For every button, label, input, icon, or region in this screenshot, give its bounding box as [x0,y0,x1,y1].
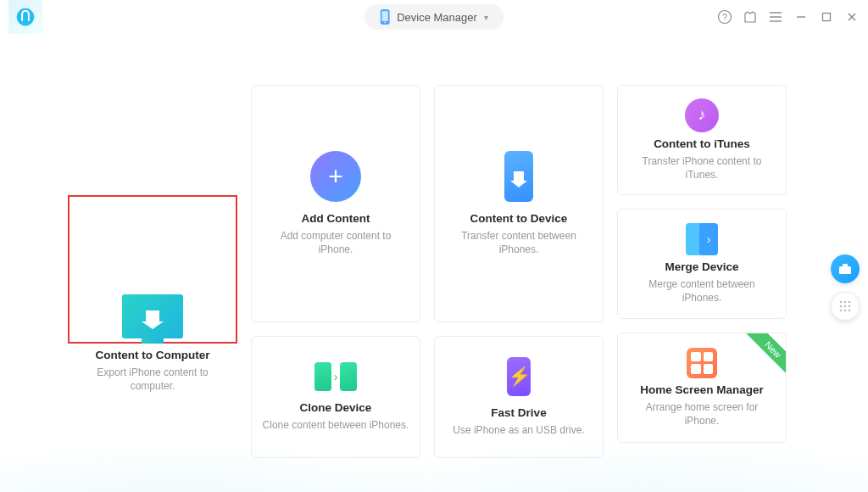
svg-point-22 [844,310,847,312]
card-fast-drive[interactable]: ⚡ Fast Drive Use iPhone as an USB drive. [434,336,604,458]
menu-icon[interactable] [768,9,783,25]
merge-icon: › [686,223,718,255]
mode-label: Device Manager [397,11,477,24]
svg-rect-2 [382,11,388,21]
svg-point-3 [384,22,386,24]
card-title: Fast Drive [491,406,546,419]
svg-rect-10 [823,14,831,21]
card-home-screen-manager[interactable]: New Home Screen Manager Arrange home scr… [617,333,787,443]
svg-point-21 [840,310,843,312]
card-content-to-computer[interactable]: Content to Computer Export iPhone conten… [68,85,237,458]
card-desc: Use iPhone as an USB drive. [453,424,584,438]
monitor-download-icon [122,294,183,338]
svg-point-15 [840,301,843,304]
mode-selector[interactable]: Device Manager ▾ [364,4,504,30]
phone-bolt-icon: ⚡ [507,357,531,396]
card-title: Home Screen Manager [640,383,764,396]
phone-download-icon [504,151,533,202]
svg-point-20 [849,305,851,308]
card-desc: Merge content between iPhones. [628,278,776,305]
plus-circle-icon: + [310,151,361,202]
svg-rect-14 [843,264,848,266]
card-merge-device[interactable]: › Merge Device Merge content between iPh… [617,209,787,319]
card-title: Merge Device [665,260,738,273]
card-desc: Transfer content between iPhones. [445,230,593,256]
svg-text:?: ? [722,13,727,22]
card-add-content[interactable]: + Add Content Add computer content to iP… [251,85,420,322]
minimize-button[interactable] [793,9,809,25]
skin-icon[interactable] [743,9,758,25]
card-desc: Clone content between iPhones. [263,419,409,433]
card-desc: Add computer content to iPhone. [262,230,409,256]
side-actions [831,254,860,321]
svg-point-16 [844,301,847,304]
new-badge: New [744,333,787,378]
window-controls: ? [717,9,860,25]
grid-fab[interactable] [831,292,860,321]
app-logo [8,0,42,34]
card-title: Content to Computer [96,349,210,361]
card-title: Content to Device [470,212,568,225]
card-content-to-itunes[interactable]: ♪ Content to iTunes Transfer iPhone cont… [617,85,787,195]
card-desc: Export iPhone content to computer. [78,366,227,393]
clone-icon: › [314,362,358,391]
card-desc: Arrange home screen for iPhone. [628,401,776,428]
phone-icon [380,9,390,25]
svg-point-18 [840,305,843,308]
titlebar: Device Manager ▾ ? [0,0,868,34]
svg-point-23 [849,310,851,312]
card-content-to-device[interactable]: Content to Device Transfer content betwe… [434,85,604,322]
card-title: Add Content [302,212,370,225]
card-desc: Transfer iPhone content to iTunes. [628,155,776,182]
svg-point-19 [844,305,847,308]
itunes-icon: ♪ [685,98,719,132]
card-clone-device[interactable]: › Clone Device Clone content between iPh… [251,336,420,458]
maximize-button[interactable] [819,9,834,25]
help-icon[interactable]: ? [717,9,732,25]
toolbox-fab[interactable] [831,254,860,283]
svg-rect-13 [839,266,851,274]
card-title: Content to iTunes [654,137,750,150]
chevron-down-icon: ▾ [484,13,488,22]
svg-point-17 [849,301,851,304]
card-grid: Content to Computer Export iPhone conten… [0,34,868,458]
grid-icon [687,348,717,378]
close-button[interactable] [844,9,860,25]
card-title: Clone Device [300,401,372,414]
